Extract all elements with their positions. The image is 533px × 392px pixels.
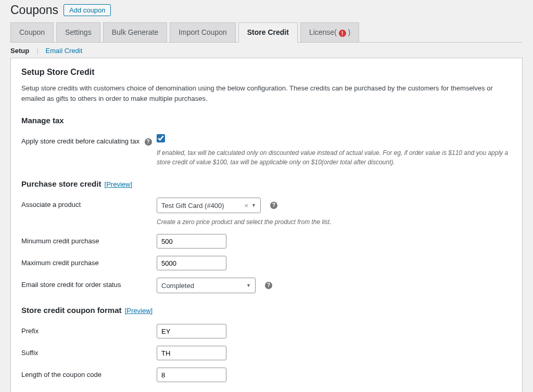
chevron-down-icon: ▼ xyxy=(251,203,256,208)
manage-tax-heading: Manage tax xyxy=(21,116,512,125)
tab-license[interactable]: License( ! ) xyxy=(300,22,359,42)
tab-bulk-generate[interactable]: Bulk Generate xyxy=(103,22,168,42)
setup-title: Setup Store Credit xyxy=(21,68,512,77)
tab-settings[interactable]: Settings xyxy=(56,22,100,42)
help-icon[interactable]: ? xyxy=(265,282,272,289)
row-email-status: Email store credit for order status Comp… xyxy=(21,278,512,293)
prefix-label: Prefix xyxy=(21,324,157,335)
page-title: Coupons xyxy=(10,3,58,17)
row-length: Length of the coupon code xyxy=(21,368,512,382)
associate-product-select[interactable]: Test Gift Card (#400) × ▼ xyxy=(157,198,261,213)
tab-store-credit[interactable]: Store Credit xyxy=(238,22,298,43)
row-apply-tax: Apply store credit before calculating ta… xyxy=(21,134,512,167)
email-status-select[interactable]: Completed ▼ xyxy=(157,278,256,293)
alert-icon: ! xyxy=(339,30,346,37)
apply-tax-checkbox[interactable] xyxy=(157,134,165,142)
row-associate-product: Associate a product Test Gift Card (#400… xyxy=(21,198,512,227)
email-status-label: Email store credit for order status xyxy=(21,278,157,289)
main-tabs: Coupon Settings Bulk Generate Import Cou… xyxy=(10,22,523,43)
sub-tabs: Setup | Email Credit xyxy=(10,43,523,58)
subtab-setup[interactable]: Setup xyxy=(10,47,29,55)
preview-link-purchase[interactable]: [Preview] xyxy=(105,180,132,188)
row-prefix: Prefix xyxy=(21,324,512,338)
min-credit-input[interactable] xyxy=(157,234,226,249)
row-suffix: Suffix xyxy=(21,346,512,360)
clear-icon[interactable]: × xyxy=(244,202,251,210)
suffix-label: Suffix xyxy=(21,346,157,357)
format-heading: Store credit coupon format [Preview] xyxy=(21,306,512,315)
preview-link-format[interactable]: [Preview] xyxy=(125,307,153,315)
help-icon[interactable]: ? xyxy=(145,138,152,146)
length-label: Length of the coupon code xyxy=(21,368,157,378)
settings-panel: Setup Store Credit Setup store credits w… xyxy=(10,58,523,392)
max-credit-input[interactable] xyxy=(157,256,226,270)
associate-label: Associate a product xyxy=(21,198,157,208)
page-header: Coupons Add coupon xyxy=(10,0,523,17)
row-min-credit: Minumum credit purchase xyxy=(21,234,512,249)
purchase-heading: Purchase store credit [Preview] xyxy=(21,179,512,188)
add-coupon-button[interactable]: Add coupon xyxy=(64,4,111,16)
row-max-credit: Maximum credit purchase xyxy=(21,256,512,270)
subtab-email-credit[interactable]: Email Credit xyxy=(46,47,83,55)
associate-hint: Create a zero price product and select t… xyxy=(157,217,512,227)
apply-tax-hint: If enabled, tax will be calculated only … xyxy=(157,148,512,167)
setup-desc: Setup store credits with customers choic… xyxy=(21,83,512,103)
help-icon[interactable]: ? xyxy=(270,202,277,209)
max-credit-label: Maximum credit purchase xyxy=(21,256,157,267)
min-credit-label: Minumum credit purchase xyxy=(21,234,157,245)
suffix-input[interactable] xyxy=(157,346,226,360)
tab-import-coupon[interactable]: Import Coupon xyxy=(170,22,236,42)
apply-tax-label: Apply store credit before calculating ta… xyxy=(21,137,139,145)
tab-coupon[interactable]: Coupon xyxy=(10,22,54,42)
prefix-input[interactable] xyxy=(157,324,226,338)
length-input[interactable] xyxy=(157,368,226,382)
chevron-down-icon: ▼ xyxy=(246,283,251,288)
